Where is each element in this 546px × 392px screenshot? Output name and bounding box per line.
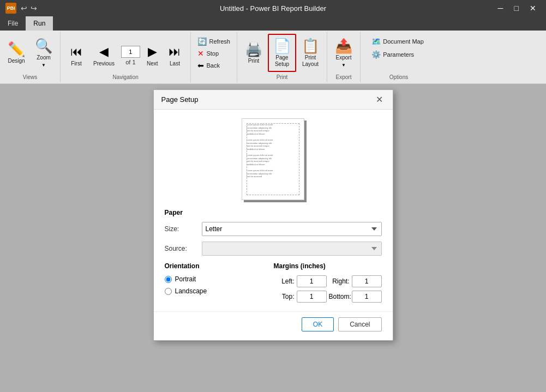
size-label: Size:	[165, 225, 197, 233]
first-button[interactable]: ⏮ First	[66, 39, 87, 72]
back-button[interactable]: ⬅ Back	[194, 60, 233, 71]
source-select	[202, 242, 382, 256]
paper-preview: Lorem ipsum dolor sit ametconsectetur ad…	[165, 118, 382, 200]
minimize-button[interactable]: ─	[494, 2, 508, 15]
print-button[interactable]: 🖨️ Print	[241, 34, 267, 72]
options-content: 🗺️ Document Map ⚙️ Parameters	[369, 34, 428, 60]
orientation-label: Orientation	[165, 262, 257, 270]
print-group-label: Print	[277, 72, 288, 80]
page-number-group: 1 of 1	[121, 46, 140, 65]
zoom-button[interactable]: 🔍 Zoom ▼	[31, 34, 57, 72]
last-label: Last	[170, 61, 180, 67]
margins-col: Margins (inches) Left: 1 Right: 1 Top: 1…	[274, 262, 382, 303]
portrait-radio[interactable]	[165, 276, 172, 283]
ribbon: ✏️ Design 🔍 Zoom ▼ Views ⏮ First ◀ Previ…	[0, 31, 546, 84]
views-content: ✏️ Design 🔍 Zoom ▼	[3, 34, 57, 72]
title-bar-left: PBI ↩ ↪	[5, 3, 37, 14]
orientation-margins-section: Orientation Portrait Landscape Margins (…	[165, 262, 382, 303]
zoom-label: Zoom	[37, 55, 51, 61]
last-button[interactable]: ⏭ Last	[164, 39, 185, 72]
size-row: Size: Letter Legal A4 A3	[165, 222, 382, 236]
back-label: Back	[206, 62, 219, 69]
print-content: 🖨️ Print 📄 Page Setup 📋 Print Layout	[241, 34, 323, 72]
portrait-row: Portrait	[165, 275, 257, 283]
left-input[interactable]: 1	[297, 275, 327, 287]
top-input[interactable]: 1	[297, 291, 327, 303]
ribbon-group-navigation: ⏮ First ◀ Previous 1 of 1 ▶ Next ⏭ Last …	[61, 32, 191, 82]
undo-button[interactable]: ↩	[21, 4, 27, 13]
refresh-button[interactable]: 🔄 Refresh	[194, 36, 233, 47]
dialog-body: Lorem ipsum dolor sit ametconsectetur ad…	[154, 110, 393, 311]
bottom-label: Bottom:	[329, 293, 350, 300]
cancel-button[interactable]: Cancel	[338, 317, 381, 331]
undo-redo-group: ↩ ↪	[21, 4, 37, 13]
landscape-row: Landscape	[165, 287, 257, 295]
print-layout-label: Print Layout	[302, 55, 319, 68]
paper-shadow: Lorem ipsum dolor sit ametconsectetur ad…	[242, 118, 304, 200]
size-select[interactable]: Letter Legal A4 A3	[202, 222, 382, 236]
ribbon-group-print: 🖨️ Print 📄 Page Setup 📋 Print Layout Pri…	[237, 32, 327, 82]
paper-dashed-border	[247, 123, 299, 195]
export-icon: 📤	[335, 39, 352, 53]
document-map-button[interactable]: 🗺️ Document Map	[369, 36, 428, 47]
zoom-dropdown-arrow: ▼	[41, 63, 46, 68]
window-controls: ─ □ ✕	[494, 2, 541, 15]
parameters-icon: ⚙️	[371, 50, 381, 59]
options-group-label: Options	[389, 72, 408, 80]
stop-button[interactable]: ✕ Stop	[194, 48, 233, 59]
export-button[interactable]: 📤 Export ▼	[331, 34, 357, 72]
ribbon-group-export: 📤 Export ▼ Export	[327, 32, 361, 82]
refresh-label: Refresh	[209, 38, 230, 45]
page-setup-label: Page Setup	[275, 55, 289, 68]
document-map-icon: 🗺️	[371, 37, 381, 46]
parameters-label: Parameters	[383, 51, 414, 58]
redo-button[interactable]: ↪	[31, 4, 37, 13]
top-label: Top:	[274, 293, 295, 300]
page-setup-icon: 📄	[273, 39, 291, 53]
stop-label: Stop	[206, 50, 219, 57]
paper-section-title: Paper	[165, 209, 382, 216]
tab-run[interactable]: Run	[26, 16, 53, 31]
right-input[interactable]: 1	[352, 275, 382, 287]
design-label: Design	[8, 58, 25, 64]
print-layout-icon: 📋	[302, 39, 319, 53]
run-content: 🔄 Refresh ✕ Stop ⬅ Back	[194, 34, 233, 71]
source-label: Source:	[165, 245, 197, 252]
tab-file[interactable]: File	[0, 16, 26, 31]
left-label: Left:	[274, 278, 295, 285]
last-icon: ⏭	[169, 45, 181, 59]
paper-sheet: Lorem ipsum dolor sit ametconsectetur ad…	[242, 118, 304, 200]
print-layout-button[interactable]: 📋 Print Layout	[297, 34, 323, 72]
dialog-title: Page Setup	[161, 95, 199, 104]
views-group-label: Views	[23, 72, 38, 80]
main-content: Page Setup ✕ Lorem ipsum dolor sit ametc…	[0, 84, 546, 392]
ribbon-group-options: 🗺️ Document Map ⚙️ Parameters Options	[361, 32, 437, 82]
design-button[interactable]: ✏️ Design	[3, 34, 29, 72]
source-row: Source:	[165, 242, 382, 256]
design-icon: ✏️	[8, 42, 25, 56]
page-setup-button[interactable]: 📄 Page Setup	[268, 34, 296, 72]
bottom-input[interactable]: 1	[352, 291, 382, 303]
page-number-input[interactable]: 1	[121, 46, 140, 58]
right-label: Right:	[329, 278, 350, 285]
page-of-label: of 1	[125, 59, 135, 65]
next-label: Next	[147, 61, 158, 67]
maximize-button[interactable]: □	[510, 2, 523, 15]
close-button[interactable]: ✕	[525, 2, 541, 15]
ribbon-group-views: ✏️ Design 🔍 Zoom ▼ Views	[0, 32, 61, 82]
next-button[interactable]: ▶ Next	[142, 39, 163, 72]
ok-button[interactable]: OK	[302, 317, 334, 331]
export-group-label: Export	[336, 72, 352, 80]
parameters-button[interactable]: ⚙️ Parameters	[369, 49, 428, 60]
previous-button[interactable]: ◀ Previous	[89, 39, 119, 72]
first-icon: ⏮	[70, 45, 82, 59]
refresh-icon: 🔄	[197, 37, 207, 46]
landscape-label: Landscape	[175, 287, 207, 295]
dialog-close-button[interactable]: ✕	[374, 94, 385, 105]
orientation-col: Orientation Portrait Landscape	[165, 262, 257, 303]
dialog-footer: OK Cancel	[154, 311, 393, 340]
export-label: Export	[336, 55, 352, 61]
landscape-radio[interactable]	[165, 288, 172, 295]
page-setup-dialog: Page Setup ✕ Lorem ipsum dolor sit ametc…	[153, 89, 393, 341]
print-icon: 🖨️	[245, 42, 262, 56]
